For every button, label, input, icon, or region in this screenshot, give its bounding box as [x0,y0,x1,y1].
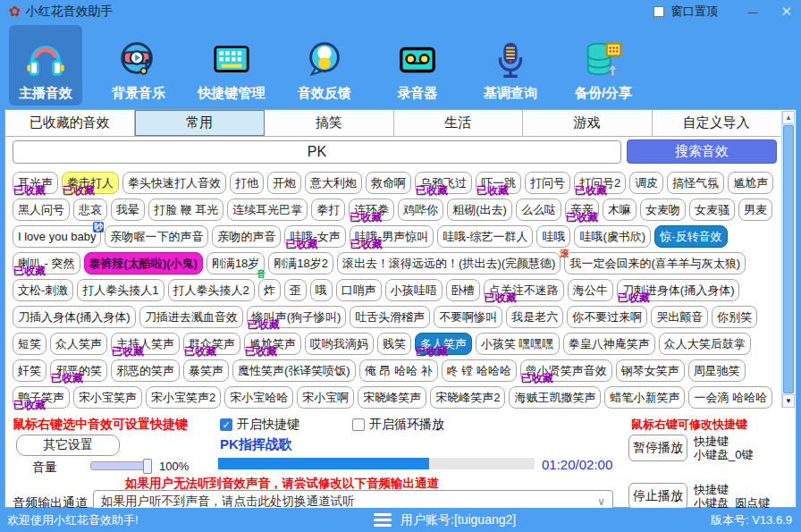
sound-effect-button[interactable]: 你不要过来啊 [567,306,647,328]
sound-effect-button[interactable]: 宋小宝笑声2 [146,386,221,409]
sound-effect-button[interactable]: 打问号 [525,172,570,194]
pause-button[interactable]: 暂停播放 [628,435,687,461]
sound-effect-button[interactable]: 泰裤辣(太酷啦)(小鬼) [84,252,203,274]
sound-effect-button[interactable]: 打脸 鞭 耳光 [148,198,223,221]
sound-effect-button[interactable]: 打他 [230,172,264,194]
sound-effect-button[interactable]: 一会滴 哈哈哈 [688,386,772,409]
sound-effect-button[interactable]: 木嘛 [603,198,637,221]
sound-effect-button[interactable]: 哎哟我滴妈 [305,333,374,355]
sound-effect-button[interactable]: 耳光声已收藏 [13,172,58,194]
enable-hotkey-checkbox[interactable]: ✓ 开启快捷键 [220,417,299,433]
sound-effect-button[interactable]: 打人拳头揍人2 [168,279,255,301]
sound-effect-button[interactable]: 刚满18岁音 [207,252,265,274]
sound-effect-button[interactable]: 意大利炮 [305,172,362,194]
sound-effect-button[interactable]: 打问号2已收藏 [574,172,626,194]
loop-playback-checkbox[interactable]: 开启循环播放 [352,417,444,433]
sound-effect-button[interactable]: 点关注不迷路已收藏 [484,279,564,301]
sound-effect-button[interactable]: 刀插进去溅血音效 [139,306,243,328]
sound-effect-button[interactable]: 吓一跳已收藏 [476,172,521,194]
sound-effect-button[interactable]: 喇叭 - 突然已收藏 [13,252,80,274]
tab-5[interactable]: 游戏 [523,110,653,136]
sound-effect-button[interactable]: 口哨声 [336,279,382,301]
sound-effect-button[interactable]: 拳皇八神庵笑声 [563,333,655,355]
sound-effect-button[interactable]: 邪恶的笑已收藏 [50,359,107,382]
sound-effect-button[interactable]: 尴尬声 [728,172,773,194]
sound-effect-button[interactable]: 哦 [310,279,333,301]
sound-effect-button[interactable]: 打人拳头揍人1 [77,279,164,301]
sound-effect-button[interactable]: 我一定会回来的(喜羊羊与灰太狼)滚 [564,252,746,274]
sound-effect-button[interactable]: 小孩笑 嘿嘿嘿 [476,333,560,355]
sound-effect-button[interactable]: 你别笑 [712,306,757,328]
scroll-up-icon[interactable]: ▲ [782,111,795,124]
sound-effect-button[interactable]: 钢琴女笑声 [616,359,685,382]
sound-effect-button[interactable]: 刀刺进身体(捅入身体)已收藏 [617,279,740,301]
toolbar-item-anchor[interactable]: 主播音效 [9,25,82,106]
toolbar-item-pitch[interactable]: 基调查询 [474,25,547,106]
sound-effect-button[interactable]: 粗砌(出去) [447,198,512,221]
sound-effect-button[interactable]: 哇哦(虞书欣) [574,225,651,248]
sound-effect-button[interactable]: 哇哦-男声惊叫已收藏 [350,225,434,248]
sound-effect-button[interactable]: 歪 [284,279,307,301]
sound-effect-button[interactable]: 众人大笑后鼓掌 [659,333,751,355]
sound-effect-button[interactable]: 炸 [258,279,281,301]
sound-effect-button[interactable]: 刀插入身体(捅入身体) [13,306,136,328]
sound-effect-button[interactable]: 搞怪气氛 [667,172,724,194]
sound-effect-button[interactable]: 鸡哔你 [398,198,443,221]
sound-effect-button[interactable]: 拳击打人已收藏 [62,172,119,194]
sound-effect-button[interactable]: 曾小贤笑声音效已收藏 [520,359,612,382]
sound-effect-button[interactable]: 开炮 [267,172,301,194]
toolbar-item-backup[interactable]: 备份/分享 [567,25,640,106]
minimize-button[interactable]: ─ [748,4,758,20]
pin-window-checkbox[interactable] [653,6,664,17]
sound-effect-button[interactable]: 蜡笔小新笑声 [604,386,685,409]
sound-effect-button[interactable]: 不要啊惨叫 [434,306,502,328]
sound-effect-button[interactable]: 宋晓峰笑声2 [430,386,505,409]
sound-effect-button[interactable]: 宋晓峰笑声 [358,386,426,409]
sound-effect-button[interactable]: 短笑 [13,333,46,355]
volume-slider[interactable] [90,461,151,470]
sound-effect-button[interactable]: 魔性笑声(张译笑喷饭) [232,359,356,382]
sound-effect-button[interactable]: 群众笑声已收藏 [183,333,240,355]
sound-effect-button[interactable]: 乌鸦飞过已收藏 [415,172,472,194]
sound-effect-button[interactable]: 刚满18岁2 [268,252,333,274]
sound-effect-button[interactable]: 暴笑声 [183,359,229,382]
sound-effect-button[interactable]: 我是老六 [506,306,563,328]
sound-effect-button[interactable]: 宋小宝哈哈 [224,386,293,409]
sound-effect-button[interactable]: 惨叫声(狗子惨叫)已收藏 [247,306,347,328]
sound-effect-button[interactable]: 拳打 [311,198,345,221]
volume-slider-thumb[interactable] [143,459,152,474]
scrollbar-thumb[interactable] [783,125,794,393]
sound-effect-button[interactable]: 哇哦-综艺一群人 [437,225,533,248]
other-settings-button[interactable]: 其它设置 [16,435,120,456]
sound-effect-button[interactable]: 滚出去！滚得远远的！(拱出去)(完颜慧德) [337,252,561,274]
sound-effect-button[interactable]: 周星驰笑 [688,359,746,382]
sound-effect-button[interactable]: 贱笑 [377,333,411,355]
search-button[interactable]: 搜索音效 [627,139,777,164]
sound-effect-button[interactable]: 海公牛 [568,279,613,301]
stop-button[interactable]: 停止播放 [628,483,687,510]
toolbar-item-music[interactable]: 背景音乐 [102,25,175,106]
toolbar-item-hotkey[interactable]: 快捷键管理 [195,25,268,106]
sound-effect-button[interactable]: 悲哀 [73,198,107,221]
menu-icon[interactable] [374,513,392,527]
sound-effect-button[interactable]: 主持人笑声已收藏 [111,333,180,355]
sound-effect-button[interactable]: 救命啊 [366,172,411,194]
sound-effect-button[interactable]: 海贼王凯撒笑声 [509,386,601,409]
sound-effect-button[interactable]: 女麦骚 [689,198,735,221]
sound-effect-button[interactable]: 哇哦-女声已收藏 [284,225,345,248]
tab-6[interactable]: 自定义导入 [653,110,781,136]
sound-effect-button[interactable]: 拳头快速打人音效 [122,172,226,194]
sound-effect-button[interactable]: 惊-反转音效 [654,225,727,248]
sound-effect-button[interactable]: 男麦 [738,198,772,221]
sound-effect-button[interactable]: 连环拳已收藏 [349,198,394,221]
sound-effect-button[interactable]: 俺 昂 哈哈 补 [359,359,438,382]
search-input[interactable] [13,140,621,164]
sound-effect-button[interactable]: 吐舌头滑稽声 [350,306,430,328]
close-button[interactable]: ✕ [780,4,792,20]
sound-effect-button[interactable]: 连续耳光巴掌 [227,198,308,221]
sound-effect-button[interactable]: 奸笑 [13,359,46,382]
sound-effect-button[interactable]: 亲吻的声音 [212,225,281,248]
toolbar-item-feedback[interactable]: 音效反馈 [288,25,361,106]
sound-effect-button[interactable]: 文松-刺激 [13,279,73,301]
sound-effect-button[interactable]: 卧槽 [446,279,480,301]
